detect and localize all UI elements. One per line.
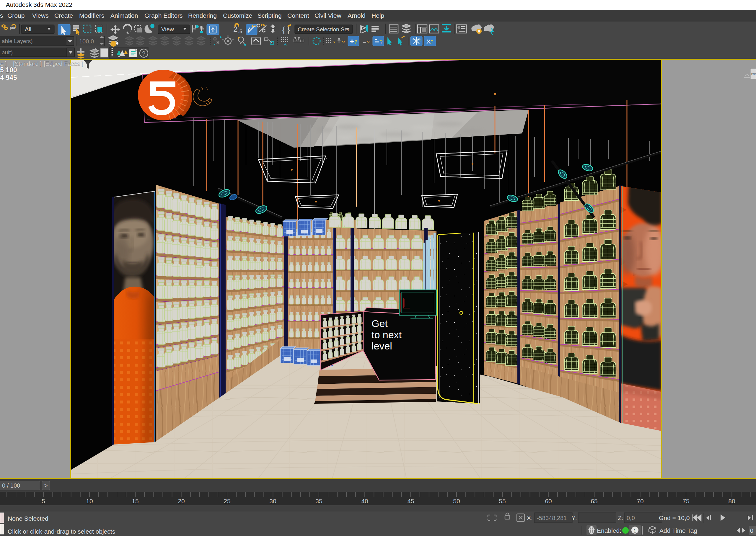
svg-text:[Edged Faces ]: [Edged Faces ] <box>44 60 84 67</box>
svg-text:to next: to next <box>371 329 402 340</box>
svg-text:Z:: Z: <box>618 515 623 521</box>
svg-text:-58348,281: -58348,281 <box>537 515 567 521</box>
svg-text:Grid = 10,0: Grid = 10,0 <box>659 515 690 521</box>
svg-text:65: 65 <box>591 498 598 504</box>
svg-text:0,0: 0,0 <box>627 515 635 521</box>
svg-text:Enabled:: Enabled: <box>597 527 621 534</box>
svg-text:60: 60 <box>545 498 552 504</box>
svg-text:30: 30 <box>269 498 276 504</box>
svg-text:X:: X: <box>527 515 533 521</box>
svg-text:level: level <box>371 340 392 352</box>
svg-text:10: 10 <box>86 498 93 504</box>
svg-text:5 100: 5 100 <box>0 66 17 74</box>
svg-text:Y:: Y: <box>571 515 577 521</box>
svg-text:25: 25 <box>223 498 230 504</box>
svg-text:4 945: 4 945 <box>0 74 17 82</box>
svg-text:1: 1 <box>634 528 636 534</box>
svg-text:0: 0 <box>750 527 753 534</box>
svg-text:50: 50 <box>453 498 460 504</box>
svg-text:70: 70 <box>637 498 643 504</box>
svg-text:5: 5 <box>42 498 45 504</box>
svg-text:35: 35 <box>315 498 322 504</box>
svg-text:80: 80 <box>728 498 735 504</box>
svg-text:[Standard ]: [Standard ] <box>13 60 42 67</box>
svg-text:40: 40 <box>361 498 368 504</box>
svg-text:20: 20 <box>178 498 185 504</box>
svg-text:15: 15 <box>132 498 139 504</box>
svg-text:FRO: FRO <box>751 73 756 76</box>
svg-text:Add Time Tag: Add Time Tag <box>659 527 697 534</box>
svg-text:55: 55 <box>499 498 505 504</box>
svg-text:45: 45 <box>407 498 414 504</box>
svg-text:75: 75 <box>682 498 689 504</box>
svg-text:Get: Get <box>371 318 388 329</box>
